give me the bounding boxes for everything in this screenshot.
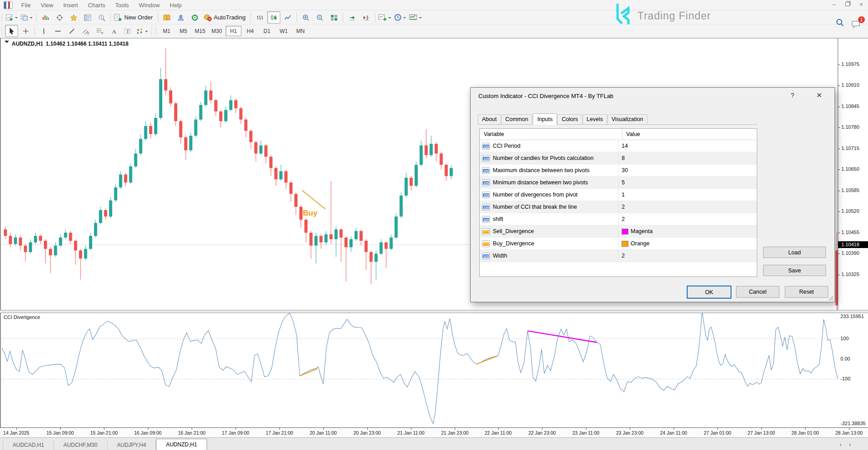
- input-value[interactable]: 5: [618, 177, 757, 188]
- cci-axis-value: -321.38835: [840, 421, 866, 426]
- chat-icon[interactable]: 1: [851, 20, 862, 29]
- dialog-tab-inputs[interactable]: Inputs: [533, 113, 557, 125]
- input-value[interactable]: 2: [618, 250, 757, 262]
- templates-icon: [409, 14, 418, 21]
- crosshair-button[interactable]: [19, 25, 32, 37]
- new-order-button[interactable]: New Order: [113, 11, 156, 23]
- help-button[interactable]: ?: [788, 92, 797, 101]
- candlestick-chart-button[interactable]: [267, 11, 280, 23]
- input-row-minimum-distance-between-two-pivots[interactable]: 123Minimum distance between two pivots5: [480, 177, 757, 189]
- input-row-number-of-divergences-from-pivot[interactable]: 123Number of divergences from pivot1: [480, 189, 757, 201]
- input-row-number-of-candles-for-pivots-calculation[interactable]: 123Number of candles for Pivots calculat…: [480, 152, 757, 164]
- menu-file[interactable]: File: [16, 0, 36, 10]
- community-button[interactable]: [175, 11, 188, 23]
- autotrading-button[interactable]: AutoTrading: [203, 11, 248, 23]
- input-value[interactable]: Orange: [618, 238, 757, 249]
- chart-tab-audnzd-h1[interactable]: AUDNZD,H1: [156, 439, 207, 450]
- arrows-button[interactable]: [135, 25, 149, 37]
- chart-tab-audjpy-h4[interactable]: AUDJPY,H4: [108, 440, 156, 450]
- channel-icon: E: [82, 28, 90, 35]
- crosshair-target-button[interactable]: [53, 11, 66, 23]
- indicators-button[interactable]: [377, 11, 392, 23]
- input-value[interactable]: 14: [618, 140, 757, 152]
- tab-scroll-arrows[interactable]: ‹›: [840, 441, 858, 448]
- search-icon[interactable]: [835, 18, 844, 27]
- toolbar-separator: [34, 26, 35, 36]
- line-chart-button[interactable]: [281, 11, 294, 23]
- market-watch-button[interactable]: [81, 11, 94, 23]
- menu-tools[interactable]: Tools: [110, 0, 134, 10]
- input-row-maximum-distance-between-two-pivots[interactable]: 123Maximum distance between two pivots30: [480, 164, 757, 177]
- timeframe-d1[interactable]: D1: [259, 26, 275, 36]
- dialog-tab-visualization[interactable]: Visualization: [608, 114, 647, 124]
- timeframe-m30[interactable]: M30: [209, 26, 225, 36]
- input-value[interactable]: Magenta: [618, 225, 757, 237]
- timeframe-m15[interactable]: M15: [192, 26, 208, 36]
- hline-button[interactable]: [51, 25, 64, 37]
- dialog-tab-levels[interactable]: Levels: [583, 114, 607, 124]
- cci-indicator-panel[interactable]: CCI Divertgence: [0, 313, 839, 427]
- timeframe-h1[interactable]: H1: [226, 26, 241, 36]
- timeframe-w1[interactable]: W1: [276, 26, 292, 36]
- reset-button[interactable]: Reset: [785, 286, 828, 298]
- chart-objects-caret-icon[interactable]: [5, 41, 9, 45]
- input-row-number-of-cci-that-break-the-line[interactable]: 123Number of CCI that break the line2: [480, 201, 757, 213]
- menu-help[interactable]: Help: [165, 0, 187, 10]
- dialog-tab-common[interactable]: Common: [501, 114, 533, 124]
- favorites-button[interactable]: [67, 11, 80, 23]
- input-value[interactable]: 30: [618, 164, 757, 176]
- resize-grip[interactable]: [828, 295, 833, 300]
- vline-button[interactable]: [37, 25, 50, 37]
- text-label-button[interactable]: T: [121, 25, 134, 37]
- timeframe-m5[interactable]: M5: [175, 26, 191, 36]
- bar-chart-button[interactable]: [253, 11, 266, 23]
- load-button[interactable]: Load: [763, 247, 826, 258]
- chart-tab-audcad-h1[interactable]: AUDCAD,H1: [3, 440, 54, 450]
- mql5-book-button[interactable]: [160, 11, 174, 23]
- input-row-width[interactable]: 123Width2: [480, 250, 757, 262]
- periods-button[interactable]: [393, 11, 407, 23]
- timeframe-h4[interactable]: H4: [242, 26, 258, 36]
- input-name: Maximum distance between two pivots: [493, 167, 618, 173]
- input-row-sell-divergence[interactable]: Sell_DivergenceMagenta: [480, 225, 757, 238]
- zoom-out-button[interactable]: [313, 11, 326, 23]
- input-value[interactable]: 2: [618, 201, 757, 213]
- dialog-tab-colors[interactable]: Colors: [557, 114, 582, 124]
- chart-tab-audchf-m30[interactable]: AUDCHF,M30: [54, 440, 107, 450]
- input-value[interactable]: 1: [618, 189, 757, 201]
- dialog-tab-about[interactable]: About: [478, 114, 501, 124]
- signals-button[interactable]: [189, 11, 202, 23]
- dialog-close-icon[interactable]: ✕: [814, 91, 824, 100]
- menu-insert[interactable]: Insert: [58, 0, 83, 10]
- input-row-cci-period[interactable]: 123CCI Period14: [480, 140, 757, 152]
- cursor-button[interactable]: [5, 25, 18, 37]
- tile-windows-button[interactable]: [327, 11, 340, 23]
- templates-button[interactable]: [408, 11, 423, 23]
- input-row-shift[interactable]: 123shift2: [480, 213, 757, 225]
- menu-window[interactable]: Window: [134, 0, 165, 10]
- input-value[interactable]: 8: [618, 152, 757, 164]
- chart-shift-button[interactable]: [359, 11, 373, 23]
- input-value[interactable]: 2: [618, 213, 757, 225]
- cancel-button[interactable]: Cancel: [736, 286, 779, 298]
- fibonacci-button[interactable]: F: [93, 25, 106, 37]
- text-button[interactable]: A: [107, 25, 120, 37]
- save-button[interactable]: Save: [763, 265, 826, 276]
- timeframe-mn[interactable]: MN: [292, 26, 308, 36]
- channel-button[interactable]: E: [79, 25, 92, 37]
- menu-charts[interactable]: Charts: [83, 0, 110, 10]
- strategy-tester-button[interactable]: [95, 11, 108, 23]
- timeframe-m1[interactable]: M1: [159, 26, 175, 36]
- new-chart-button[interactable]: [5, 11, 19, 23]
- input-row-buy-divergence[interactable]: Buy_DivergenceOrange: [480, 238, 757, 250]
- time-label: 17 Jan 09:00: [222, 430, 250, 436]
- numeric-input-icon: 123: [482, 143, 490, 150]
- menu-view[interactable]: View: [36, 0, 58, 10]
- chart-updown-button[interactable]: [39, 11, 52, 23]
- trendline-button[interactable]: [65, 25, 78, 37]
- panel-splitter[interactable]: [0, 310, 868, 313]
- auto-scroll-button[interactable]: [345, 11, 359, 23]
- profiles-button[interactable]: [20, 11, 34, 23]
- ok-button[interactable]: OK: [687, 286, 731, 299]
- zoom-in-button[interactable]: [299, 11, 312, 23]
